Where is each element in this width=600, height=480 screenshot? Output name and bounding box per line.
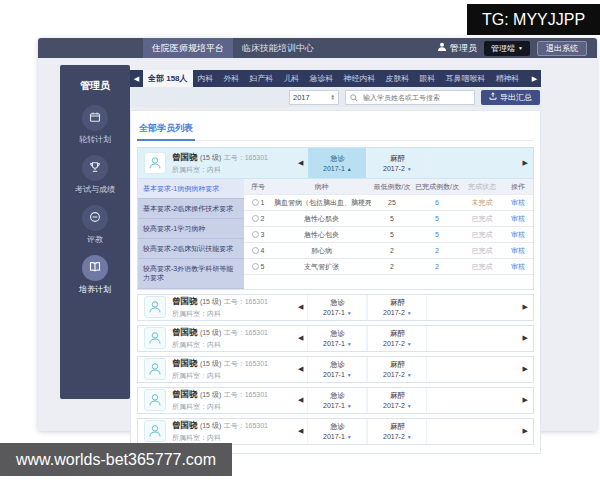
- requirement-menu-item[interactable]: 基本要求-1病例病种要求: [138, 179, 244, 199]
- current-user: 管理员: [437, 42, 477, 55]
- rotation-prev-icon[interactable]: ◀: [298, 365, 303, 373]
- student-row-expanded[interactable]: 曾国骁 (15 级) 工号：165301 所属科室：内科 ◀ 急诊 2017-1…: [137, 147, 534, 179]
- rotation-next-icon[interactable]: ▶: [523, 365, 528, 373]
- rotation-tab-emergency[interactable]: 急诊 2017-1 ▼: [307, 295, 367, 320]
- rotation-term: 2017-2: [383, 340, 405, 347]
- requirement-menu-item[interactable]: 较高要求-2临床知识技能要求: [138, 239, 244, 259]
- app-window: 住院医师规培平台 临床技能培训中心 管理员 管理端 ▼ 退出系统 管理员 轮转计…: [38, 38, 597, 431]
- sidebar-item-evaluation[interactable]: 评教: [60, 205, 130, 245]
- header-no: 序号: [244, 182, 272, 192]
- radio-button[interactable]: [252, 199, 259, 206]
- logout-button[interactable]: 退出系统: [537, 41, 587, 56]
- rotation-prev-icon[interactable]: ◀: [298, 303, 303, 311]
- student-row-collapsed[interactable]: 曾国骁 (15 级) 工号：165301 所属科室：内科 ◀ 急诊 2017-1: [137, 356, 534, 383]
- role-select-button[interactable]: 管理端 ▼: [484, 41, 530, 56]
- rotation-prev-icon[interactable]: ◀: [298, 396, 303, 404]
- tabs-next-icon[interactable]: ▶: [528, 70, 541, 87]
- status-label: 已完成: [461, 214, 503, 224]
- requirement-menu-item[interactable]: 较高要求-1学习病种: [138, 219, 244, 239]
- radio-button[interactable]: [252, 215, 259, 222]
- rotation-tab-emergency[interactable]: 急诊 2017-1 ▼: [307, 419, 367, 444]
- rotation-tab-anesthesia[interactable]: 麻醉 2017-2 ▼: [367, 326, 427, 351]
- rotation-tab-anesthesia[interactable]: 麻醉 2017-2 ▼: [367, 388, 427, 413]
- rotation-tab-anesthesia[interactable]: 麻醉 2017-2 ▼: [367, 148, 427, 178]
- rotation-term: 2017-1: [323, 340, 345, 347]
- table-row: 3 急性心包炎 5 5 已完成 审核: [244, 227, 533, 243]
- rotation-tab-anesthesia[interactable]: 麻醉 2017-2 ▼: [367, 419, 427, 444]
- row-number: 1: [261, 199, 265, 206]
- review-link[interactable]: 审核: [503, 214, 533, 224]
- department-tab[interactable]: 皮肤科: [381, 70, 415, 87]
- top-navbar: 住院医师规培平台 临床技能培训中心 管理员 管理端 ▼ 退出系统: [38, 38, 597, 58]
- student-row-collapsed[interactable]: 曾国骁 (15 级) 工号：165301 所属科室：内科 ◀ 急诊 2017-1: [137, 418, 534, 445]
- disease-name: 急性心肌炎: [272, 214, 371, 224]
- rotation-tab-emergency[interactable]: 急诊 2017-1 ▲: [307, 148, 367, 178]
- sidebar-item-exams-scores[interactable]: 考试与成绩: [60, 155, 130, 195]
- rotation-dept: 急诊: [330, 329, 345, 339]
- review-link[interactable]: 审核: [503, 262, 533, 272]
- rotation-next-icon[interactable]: ▶: [523, 334, 528, 342]
- navbar-right: 管理员 管理端 ▼ 退出系统: [437, 38, 597, 58]
- search-input[interactable]: [361, 93, 470, 102]
- rotation-tab-emergency[interactable]: 急诊 2017-1 ▼: [307, 388, 367, 413]
- header-done: 已完成例数/次: [413, 182, 461, 192]
- review-link[interactable]: 审核: [503, 246, 533, 256]
- status-label: 已完成: [461, 230, 503, 240]
- avatar: [144, 152, 166, 174]
- student-name: 曾国骁: [172, 327, 198, 337]
- department-tab[interactable]: 儿科: [279, 70, 305, 87]
- rotation-tab-emergency[interactable]: 急诊 2017-1 ▼: [307, 357, 367, 382]
- department-tab[interactable]: 眼科: [415, 70, 441, 87]
- student-department: 所属科室：内科: [172, 402, 294, 412]
- status-label: 已完成: [461, 246, 503, 256]
- main-content: ◀ 全部 158人 内科 外科 妇产科 儿科 急诊科 神经内科 皮肤: [130, 70, 541, 454]
- row-number: 3: [261, 231, 265, 238]
- student-row-collapsed[interactable]: 曾国骁 (15 级) 工号：165301 所属科室：内科 ◀ 急诊 2017-1: [137, 387, 534, 414]
- rotation-prev-icon[interactable]: ◀: [298, 334, 303, 342]
- rotation-next-icon[interactable]: ▶: [523, 303, 528, 311]
- nav-tab-skill-center[interactable]: 临床技能培训中心: [233, 38, 323, 58]
- radio-button[interactable]: [252, 247, 259, 254]
- user-name-label: 管理员: [450, 42, 477, 55]
- nav-tab-resident-platform[interactable]: 住院医师规培平台: [143, 38, 233, 58]
- rotation-dept: 急诊: [330, 360, 345, 370]
- department-tab[interactable]: 全部 158人: [143, 70, 193, 87]
- student-row-collapsed[interactable]: 曾国骁 (15 级) 工号：165301 所属科室：内科 ◀ 急诊 2017-1: [137, 325, 534, 352]
- student-grade: (15 级): [200, 298, 221, 305]
- review-link[interactable]: 审核: [503, 230, 533, 240]
- department-tab[interactable]: 妇产科: [245, 70, 279, 87]
- department-tab[interactable]: 神经内科: [339, 70, 381, 87]
- tabs-prev-icon[interactable]: ◀: [130, 70, 143, 87]
- department-tab[interactable]: 急诊科: [305, 70, 339, 87]
- rotation-tab-emergency[interactable]: 急诊 2017-1 ▼: [307, 326, 367, 351]
- export-label: 导出汇总: [500, 92, 532, 103]
- sidebar-item-training-plan[interactable]: 培养计划: [60, 255, 130, 295]
- rotation-tab-anesthesia[interactable]: 麻醉 2017-2 ▼: [367, 357, 427, 382]
- department-tab[interactable]: 精神科: [491, 70, 525, 87]
- department-tab[interactable]: 内科: [193, 70, 219, 87]
- rotation-tab-anesthesia[interactable]: 麻醉 2017-2 ▼: [367, 295, 427, 320]
- search-icon: [350, 88, 358, 106]
- student-row-collapsed[interactable]: 曾国骁 (15 级) 工号：165301 所属科室：内科 ◀ 急诊 2017-1: [137, 294, 534, 321]
- department-tab[interactable]: 耳鼻咽喉科: [441, 70, 491, 87]
- spinner-icon[interactable]: ▲▼: [331, 94, 335, 101]
- rotation-prev-icon[interactable]: ◀: [298, 159, 303, 167]
- year-select[interactable]: 2017 ▲▼: [289, 90, 339, 105]
- department-tab[interactable]: 外科: [219, 70, 245, 87]
- radio-button[interactable]: [252, 263, 259, 270]
- rotation-next-icon[interactable]: ▶: [523, 159, 528, 167]
- rotation-prev-icon[interactable]: ◀: [298, 427, 303, 435]
- rotation-next-icon[interactable]: ▶: [523, 427, 528, 435]
- radio-button[interactable]: [252, 231, 259, 238]
- student-info: 曾国骁 (15 级) 工号：165301 所属科室：内科: [172, 327, 294, 350]
- export-button[interactable]: 导出汇总: [481, 90, 540, 105]
- avatar: [144, 296, 166, 318]
- header-action: 操作: [503, 182, 533, 192]
- review-link[interactable]: 审核: [503, 198, 533, 208]
- list-title-tab[interactable]: 全部学员列表: [137, 120, 195, 141]
- requirement-menu-item[interactable]: 较高要求-3外语教学科研等能力要求: [138, 259, 244, 288]
- sidebar-item-rotation-plan[interactable]: 轮转计划: [60, 105, 130, 145]
- status-label: 未完成: [461, 198, 503, 208]
- requirement-menu-item[interactable]: 基本要求-2临床操作技术要求: [138, 199, 244, 219]
- rotation-next-icon[interactable]: ▶: [523, 396, 528, 404]
